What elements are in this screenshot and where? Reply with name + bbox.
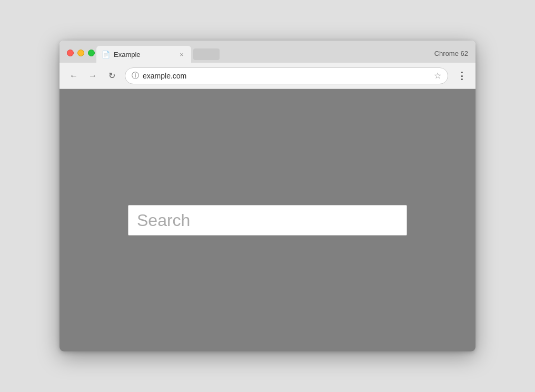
forward-button[interactable]: → [85,68,101,84]
minimize-button[interactable] [77,50,84,56]
back-button[interactable]: ← [66,68,82,84]
new-tab-button[interactable] [193,48,220,60]
search-input[interactable] [128,205,407,236]
bookmark-star-icon[interactable]: ☆ [434,71,441,81]
tab-area: 📄 Example × [96,46,470,63]
reload-button[interactable]: ↻ [104,68,120,84]
nav-bar: ← → ↻ ⓘ example.com ☆ ⋮ [60,63,475,89]
active-tab[interactable]: 📄 Example × [96,46,191,63]
tab-icon: 📄 [102,51,110,58]
browser-window: 📄 Example × Chrome 62 ← → ↻ ⓘ example.co… [60,41,475,351]
tab-close-button[interactable]: × [177,50,186,58]
maximize-button[interactable] [88,50,95,56]
tab-title: Example [114,51,174,58]
address-bar[interactable]: ⓘ example.com ☆ [125,67,448,84]
page-content [60,89,475,351]
url-text: example.com [143,72,430,80]
close-button[interactable] [67,50,74,56]
tab-bar: 📄 Example × Chrome 62 [60,41,475,63]
chrome-menu-button[interactable]: ⋮ [453,68,469,84]
info-icon: ⓘ [132,71,139,81]
traffic-lights [67,50,95,56]
chrome-version-label: Chrome 62 [434,50,468,57]
